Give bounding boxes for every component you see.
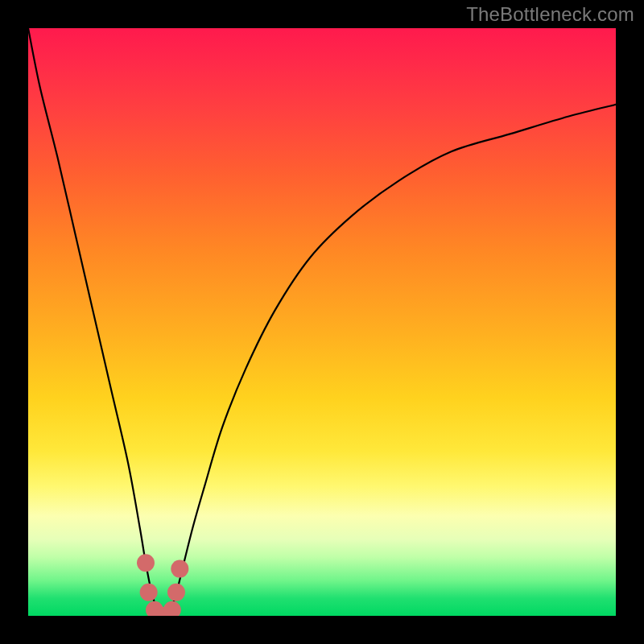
highlight-dot <box>140 584 158 601</box>
plot-area <box>28 28 616 616</box>
curve-layer <box>28 28 616 616</box>
bottleneck-curve <box>28 28 616 616</box>
highlight-dot <box>171 560 188 578</box>
highlight-dot <box>167 584 185 601</box>
highlight-dot <box>137 554 155 572</box>
chart-frame: TheBottleneck.com <box>0 0 644 644</box>
highlight-dots <box>137 554 188 616</box>
watermark-label: TheBottleneck.com <box>466 3 634 26</box>
highlight-dot <box>163 601 181 616</box>
